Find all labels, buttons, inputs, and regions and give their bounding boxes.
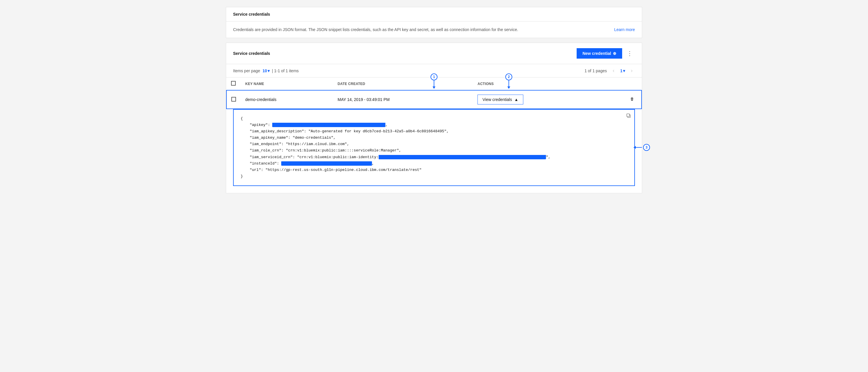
json-content: { "apikey": ████████████████████████████…: [241, 115, 627, 180]
credentials-card-header: Service credentials New credential ⊕ ⋮: [226, 43, 642, 64]
delete-credential-button[interactable]: [627, 95, 637, 104]
view-credentials-button[interactable]: View credentials ▲: [477, 94, 523, 105]
new-credential-button[interactable]: New credential ⊕: [577, 48, 622, 59]
overflow-menu-button[interactable]: ⋮: [624, 48, 635, 59]
header-key-name: KEY NAME: [241, 78, 333, 90]
pages-label: 1 of 1 pages: [585, 68, 607, 73]
json-panel: { "apikey": ████████████████████████████…: [233, 109, 635, 186]
svg-rect-1: [627, 114, 629, 117]
view-credentials-label: View credentials: [483, 97, 512, 102]
info-card: Service credentials Credentials are prov…: [226, 7, 642, 38]
row-actions-cell: View credentials ▲: [473, 90, 598, 109]
page-number-chevron: ▾: [623, 68, 625, 73]
chevron-down-icon: ▾: [268, 68, 270, 73]
items-count: | 1-1 of 1 items: [272, 68, 299, 73]
row-date-created: MAY 14, 2019 - 03:49:01 PM: [333, 90, 473, 109]
row-key-name: demo-credentials: [241, 90, 333, 109]
items-per-page-control: Items per page 10 ▾ | 1-1 of 1 items: [233, 68, 299, 73]
trash-icon: [630, 97, 634, 101]
copy-icon: [626, 113, 631, 118]
select-all-checkbox[interactable]: [231, 81, 236, 86]
items-per-page-value: 10: [262, 68, 267, 73]
header-delete: [598, 78, 642, 90]
table-row: demo-credentials MAY 14, 2019 - 03:49:01…: [226, 90, 642, 109]
items-per-page-label: Items per page: [233, 68, 260, 73]
header-date-created: DATE CREATED: [333, 78, 473, 90]
learn-more-link[interactable]: Learn more: [614, 27, 635, 32]
credentials-card: Service credentials New credential ⊕ ⋮ I…: [226, 42, 642, 193]
chevron-up-icon: ▲: [514, 97, 518, 102]
redacted-apikey: ████████████████████████████████████████…: [272, 123, 385, 127]
annotation-2: 2: [505, 74, 512, 80]
redacted-instanceid: ████████████████████████████████████████: [281, 161, 372, 166]
pagination-right: 1 of 1 pages ‹ 1 ▾ ›: [585, 66, 635, 75]
credentials-heading: Service credentials: [233, 51, 270, 56]
new-credential-label: New credential: [583, 51, 611, 56]
annotation-3: 3: [643, 144, 650, 151]
info-card-body: Credentials are provided in JSON format.…: [226, 22, 642, 38]
credentials-table-section: 1 2 KEY NAME: [226, 78, 642, 109]
info-card-heading: Service credentials: [233, 12, 635, 17]
prev-page-button[interactable]: ‹: [610, 66, 617, 75]
copy-button[interactable]: [626, 113, 631, 119]
header-checkbox-cell: [226, 78, 241, 90]
credentials-header-actions: New credential ⊕ ⋮: [577, 48, 635, 59]
items-per-page-select[interactable]: 10 ▾: [262, 68, 270, 73]
row-checkbox-cell: [226, 90, 241, 109]
annotation-1: 1: [431, 74, 437, 80]
json-panel-wrapper: { "apikey": ████████████████████████████…: [226, 109, 642, 186]
header-actions: ACTIONS: [473, 78, 598, 90]
info-card-header: Service credentials: [226, 7, 642, 22]
info-card-description: Credentials are provided in JSON format.…: [233, 27, 605, 32]
overflow-icon: ⋮: [627, 50, 632, 57]
current-page-value: 1: [620, 68, 622, 73]
current-page-control[interactable]: 1 ▾: [620, 68, 625, 73]
table-body: demo-credentials MAY 14, 2019 - 03:49:01…: [226, 90, 642, 109]
row-checkbox[interactable]: [231, 97, 236, 102]
redacted-serviceid: ████████████████████████████████████████…: [379, 155, 546, 159]
new-credential-plus-icon: ⊕: [613, 51, 616, 56]
row-delete-cell: [598, 90, 642, 109]
next-page-button[interactable]: ›: [628, 66, 635, 75]
